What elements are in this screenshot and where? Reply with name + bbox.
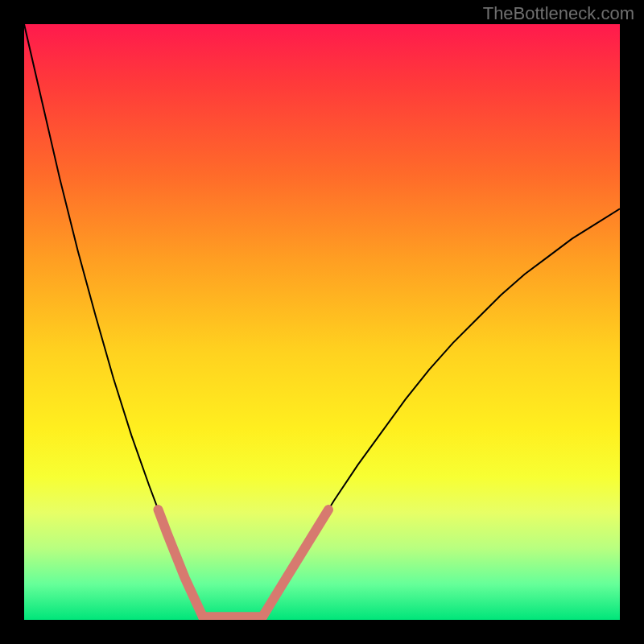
- left-threshold-marks: [159, 510, 204, 617]
- curve-layer: [24, 24, 620, 620]
- chart-frame: TheBottleneck.com: [0, 0, 644, 644]
- plot-area: [24, 24, 620, 620]
- right-threshold-marks: [262, 510, 328, 617]
- watermark-text: TheBottleneck.com: [483, 3, 634, 24]
- left-curve: [24, 24, 203, 617]
- right-curve: [262, 208, 620, 617]
